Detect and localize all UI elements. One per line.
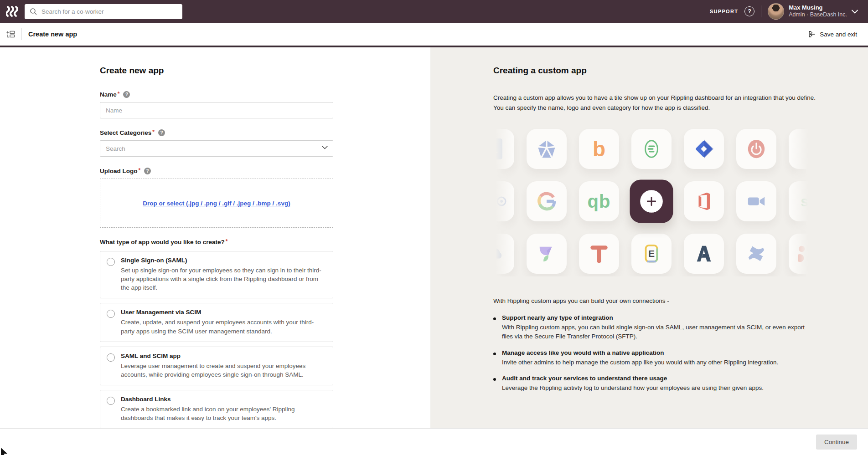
radio-button[interactable]: [107, 353, 115, 362]
app-tile-leaf-two-tone-icon: [527, 234, 567, 274]
option-user-management-scim[interactable]: User Management via SCIM Create, update,…: [100, 303, 333, 342]
app-tile-power-button-icon: [736, 129, 776, 169]
connections-line: With Rippling custom apps you can build …: [493, 297, 816, 304]
option-description: Leverage user management to create and s…: [121, 362, 326, 379]
svg-text:E: E: [648, 248, 655, 259]
save-and-exit-button[interactable]: Save and exit: [807, 30, 857, 38]
drop-or-select-link[interactable]: Drop or select (.jpg / .png / .gif / .jp…: [143, 200, 290, 207]
upload-logo-label: Upload Logo* ?: [100, 168, 333, 174]
bullet-title: Audit and track your services to underst…: [502, 375, 764, 382]
app-tile-dots-icon: [789, 234, 811, 274]
app-tile-green-list-oval-icon: [631, 129, 672, 169]
app-tile-video-camera-icon: [736, 181, 776, 221]
page-title: Create new app: [28, 31, 77, 38]
list-add-icon[interactable]: [6, 30, 15, 38]
radio-button[interactable]: [107, 397, 115, 405]
app-tile-row: 1b: [493, 129, 811, 169]
bullet-description: With Rippling custom apps, you can build…: [502, 323, 816, 342]
form-panel: Create new app Name* ? Select Categories…: [0, 47, 430, 428]
app-tile-letter-e-badge-icon: E: [631, 234, 672, 274]
page-header: Create new app Save and exit: [0, 23, 868, 47]
app-tile-cloud-icon: [493, 234, 514, 274]
coworker-search[interactable]: [25, 4, 182, 19]
option-description: Create a bookmarked link and icon on you…: [121, 405, 326, 422]
bullet-item: Audit and track your services to underst…: [493, 375, 816, 393]
avatar: [768, 3, 784, 20]
app-tile-custom-app-plus-icon: [630, 180, 673, 223]
option-saml-and-scim[interactable]: SAML and SCIM app Leverage user manageme…: [100, 347, 333, 385]
option-description: Create, update, and suspend your employe…: [121, 318, 326, 335]
option-title: Dashboard Links: [121, 396, 326, 403]
option-dashboard-links[interactable]: Dashboard Links Create a bookmarked link…: [100, 390, 333, 429]
app-tile-office-icon: [684, 181, 724, 221]
mouse-cursor: [0, 447, 9, 455]
chevron-down-icon: [852, 10, 858, 14]
info-heading: Creating a custom app: [493, 66, 816, 76]
user-menu[interactable]: Max Musing Admin · BaseDash Inc.: [768, 3, 858, 20]
bullet-dot: [493, 378, 496, 381]
search-icon: [30, 8, 37, 15]
required-asterisk: *: [138, 167, 140, 174]
name-label: Name* ?: [100, 91, 333, 98]
bullet-description: Invite other admins to help manage the c…: [502, 358, 778, 367]
option-title: User Management via SCIM: [121, 309, 326, 316]
bullet-title: Support nearly any type of integration: [502, 314, 816, 321]
bullet-item: Manage access like you would with a nati…: [493, 349, 816, 367]
wizard-footer: Continue: [0, 428, 868, 455]
logo-dropzone[interactable]: Drop or select (.jpg / .png / .gif / .jp…: [100, 179, 333, 228]
app-tile-jira-diamond-icon: [684, 129, 724, 169]
app-tile-double-diamond-icon: [789, 129, 811, 169]
bullet-description: Leverage the Rippling acitivty log to un…: [502, 383, 764, 393]
app-tiles-carousel: 1broqbsaE: [493, 127, 811, 276]
app-tile-letter-a-icon: [684, 234, 724, 274]
header-divider: [21, 28, 22, 40]
categories-select[interactable]: Search: [100, 140, 333, 157]
option-description: Set up single sign-on for your employees…: [121, 266, 326, 292]
app-tile-notebook-number-icon: 1: [493, 129, 514, 169]
app-tile-letter-b-icon: b: [579, 129, 619, 169]
app-tile-row: roqbsa: [493, 181, 811, 221]
categories-help-icon[interactable]: ?: [158, 129, 165, 136]
save-and-exit-label: Save and exit: [820, 31, 857, 38]
exit-icon: [807, 30, 816, 38]
bullet-dot: [493, 353, 496, 355]
option-title: Single Sign-on (SAML): [121, 257, 326, 264]
required-asterisk: *: [118, 91, 120, 97]
app-tile-pentagon-gem-icon: [527, 129, 567, 169]
name-input[interactable]: [100, 102, 333, 118]
radio-button[interactable]: [107, 310, 115, 318]
required-asterisk: *: [226, 238, 228, 245]
option-title: SAML and SCIM app: [121, 353, 326, 359]
info-intro: Creating a custom app allows you to have…: [493, 93, 816, 112]
bullet-dot: [493, 317, 496, 320]
support-link[interactable]: SUPPORT: [710, 9, 738, 14]
app-tile-ro-logo-icon: ro: [493, 181, 514, 221]
app-tile-sa-text-icon: sa: [789, 181, 811, 221]
upload-help-icon[interactable]: ?: [144, 168, 151, 174]
top-bar: SUPPORT ? Max Musing Admin · BaseDash In…: [0, 0, 868, 23]
categories-label: Select Categories* ?: [100, 129, 333, 136]
bullet-title: Manage access like you would with a nati…: [502, 349, 778, 356]
form-heading: Create new app: [100, 66, 333, 76]
required-asterisk: *: [152, 129, 155, 135]
categories-placeholder: Search: [106, 145, 125, 152]
app-tile-confluence-waves-icon: [736, 234, 776, 274]
search-input[interactable]: [41, 8, 177, 15]
bullet-item: Support nearly any type of integration W…: [493, 314, 816, 342]
radio-button[interactable]: [107, 258, 115, 266]
app-tile-quickbooks-qb-icon: qb: [579, 181, 619, 221]
user-name: Max Musing: [789, 4, 847, 11]
option-single-sign-on-saml[interactable]: Single Sign-on (SAML) Set up single sign…: [100, 251, 333, 298]
chevron-down-icon: [322, 146, 328, 149]
info-panel: Creating a custom app Creating a custom …: [430, 47, 868, 428]
support-help-icon[interactable]: ?: [744, 6, 754, 16]
user-role: Admin · BaseDash Inc.: [789, 11, 847, 19]
topbar-divider: [761, 5, 761, 17]
app-tile-google-g-icon: [527, 181, 567, 221]
rippling-logo-icon[interactable]: [5, 5, 19, 17]
app-type-question: What type of app would you like to creat…: [100, 239, 333, 245]
app-tile-row: E: [493, 234, 811, 274]
continue-button[interactable]: Continue: [816, 435, 857, 450]
app-tile-letter-t-icon: [579, 234, 619, 274]
name-help-icon[interactable]: ?: [123, 91, 130, 98]
